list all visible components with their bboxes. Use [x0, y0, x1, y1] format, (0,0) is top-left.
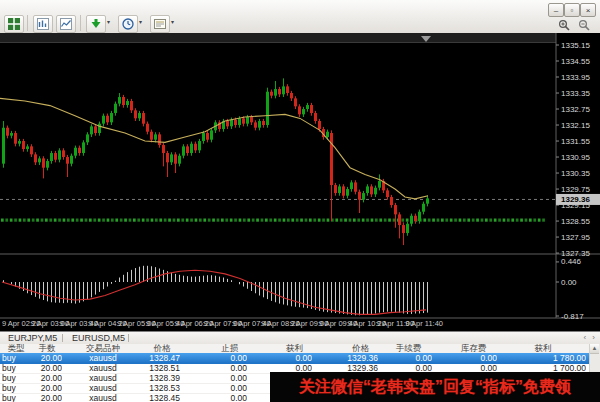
signal-dot	[203, 219, 206, 222]
signal-dot	[406, 219, 409, 222]
signal-dot	[10, 219, 13, 222]
signal-dot	[494, 219, 497, 222]
signal-dot	[36, 219, 39, 222]
signal-dot	[107, 219, 110, 222]
signal-dot	[476, 219, 479, 222]
candle-body	[74, 148, 77, 156]
market-watch-icon	[37, 18, 49, 30]
candle-body	[410, 216, 413, 224]
templates-button[interactable]	[150, 15, 170, 33]
restore-button[interactable]: ▫	[564, 3, 580, 17]
candle-body	[166, 153, 169, 162]
column-header[interactable]: 获利	[500, 344, 586, 353]
signal-dot	[173, 219, 176, 222]
signal-dot	[313, 219, 316, 222]
candle-body	[162, 145, 165, 153]
signal-dot	[129, 219, 132, 222]
signal-dot	[146, 219, 149, 222]
candle-body	[362, 193, 365, 200]
column-header[interactable]: 获利	[277, 344, 312, 353]
tab-scroll-arrows[interactable]: ‹ ›	[583, 333, 597, 342]
tab-separator	[128, 334, 129, 342]
trade-cell: 20.00	[32, 363, 62, 373]
candle-body	[302, 109, 305, 114]
candle-body	[242, 118, 245, 123]
signal-dot	[159, 219, 162, 222]
signal-dot	[269, 219, 272, 222]
candle-body	[110, 113, 113, 122]
signal-dot	[217, 219, 220, 222]
candle-body	[202, 133, 205, 141]
column-header[interactable]: 库存费	[450, 344, 497, 353]
candle-body	[26, 146, 29, 149]
candle-body	[46, 161, 49, 168]
trade-cell: xauusd	[66, 353, 140, 363]
zoom-out-button[interactable]	[574, 16, 594, 34]
column-header[interactable]: 类型	[2, 344, 30, 353]
periods-clock-icon	[122, 18, 134, 30]
price-axis-label: 1330.35	[561, 169, 590, 178]
data-window-button[interactable]	[56, 15, 76, 33]
templates-dropdown-caret[interactable]: ▾	[171, 19, 174, 25]
periods-button[interactable]	[118, 15, 138, 33]
chart-scroll-track[interactable]	[0, 33, 556, 42]
signal-dot	[49, 219, 52, 222]
signal-dot	[177, 219, 180, 222]
zoom-in-button[interactable]	[554, 16, 574, 34]
minimize-button[interactable]: –	[548, 3, 564, 17]
signal-dot	[318, 219, 321, 222]
signal-dot	[428, 219, 431, 222]
candle-body	[234, 120, 237, 125]
indicator-axis-label: 0.446	[561, 257, 582, 266]
candle-body	[358, 192, 361, 200]
signal-dot	[212, 219, 215, 222]
time-axis-label: 9 Apr 11:40	[405, 319, 443, 328]
price-axis-label: 1332.75	[561, 105, 590, 114]
price-axis-label: 1330.95	[561, 153, 590, 162]
periods-dropdown-caret[interactable]: ▾	[139, 19, 142, 25]
signal-dot	[124, 219, 127, 222]
column-header[interactable]: 手数	[32, 344, 62, 353]
column-header[interactable]: 交易品种	[66, 344, 140, 353]
candle-body	[370, 186, 373, 194]
candle-body	[114, 104, 117, 113]
column-header[interactable]: 价格	[343, 344, 378, 353]
candle-body	[354, 182, 357, 191]
price-axis-label: 1328.55	[561, 217, 590, 226]
trade-cell: 0.00	[450, 353, 497, 363]
candle-body	[426, 198, 429, 203]
signal-dot	[80, 219, 83, 222]
signal-dot	[450, 219, 453, 222]
close-button[interactable]: ×	[580, 3, 596, 17]
column-header[interactable]: 手续费	[385, 344, 432, 353]
trading-platform-window: ▾ ▾ ▾ – ▫ ×	[0, 0, 600, 402]
trade-cell: xauusd	[66, 373, 140, 383]
price-axis-label: 1331.55	[561, 137, 590, 146]
candle-body	[294, 98, 297, 106]
tab-eurjpy-m5[interactable]: EURJPY,M5	[2, 333, 63, 343]
signal-dot	[489, 219, 492, 222]
chart-area[interactable]: 1335.151334.551333.951333.351332.751332.…	[0, 33, 600, 331]
signal-dot	[89, 219, 92, 222]
column-header[interactable]: 价格	[144, 344, 180, 353]
signal-dot	[221, 219, 224, 222]
indicator-axis-label: -0.817	[561, 312, 584, 321]
trade-cell: 0.00	[212, 353, 247, 363]
candle-body	[142, 113, 145, 124]
price-chart[interactable]: 1335.151334.551333.951333.351332.751332.…	[0, 33, 600, 331]
candle-body	[394, 205, 397, 214]
candle-body	[350, 182, 353, 189]
signal-dot	[291, 219, 294, 222]
tile-windows-button[interactable]	[4, 15, 24, 33]
indicators-dropdown-caret[interactable]: ▾	[107, 19, 110, 25]
tab-eurusd-m5[interactable]: EURUSD,M5	[66, 333, 131, 343]
candle-body	[226, 121, 229, 126]
market-watch-button[interactable]	[33, 15, 53, 33]
scroll-up-arrow[interactable]: ▲	[590, 344, 599, 354]
candle-body	[286, 86, 289, 93]
zoom-out-icon	[578, 19, 591, 32]
column-header[interactable]: 止损	[212, 344, 247, 353]
indicators-button[interactable]	[86, 15, 106, 33]
candle-body	[102, 116, 105, 124]
candle-body	[22, 141, 25, 149]
